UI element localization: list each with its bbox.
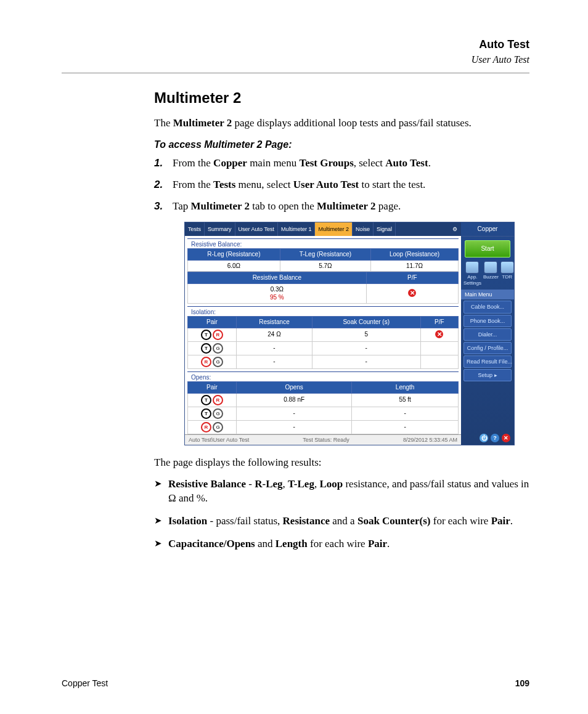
menu-item[interactable]: Setup ▸ [463, 369, 512, 381]
help-icon[interactable]: ? [491, 434, 499, 442]
close-icon[interactable]: ✕ [502, 434, 510, 442]
menu-item[interactable]: Phone Book... [463, 315, 512, 327]
gear-icon[interactable]: ⚙ [449, 222, 461, 236]
resistive-top-table: R-Leg (Resistance)T-Leg (Resistance)Loop… [187, 248, 459, 272]
menu-item[interactable]: Dialer... [463, 328, 512, 341]
group-isolation-title: Isolation: [187, 306, 459, 317]
procedure-step: 3.Tap Multimeter 2 tab to open the Multi… [154, 200, 529, 214]
opens-table: PairOpensLengthTR0.88 nF55 ftTG--RG-- [187, 381, 459, 434]
footer-left: Copper Test [62, 678, 108, 689]
tab-signal[interactable]: Signal [374, 222, 396, 236]
procedure-step: 2.From the Tests menu, select User Auto … [154, 178, 529, 192]
tab-multimeter-1[interactable]: Multimeter 1 [278, 222, 316, 236]
tab-bar: TestsSummaryUser Auto TestMultimeter 1Mu… [185, 222, 461, 236]
page-number: 109 [515, 678, 529, 689]
isolation-table: PairResistanceSoak Counter (s)P/FTR24 Ω5… [187, 316, 459, 369]
result-bullet: Isolation - pass/fail status, Resistance… [154, 514, 529, 529]
power-icon[interactable]: ⏻ [480, 434, 488, 442]
menu-item[interactable]: Cable Book... [463, 301, 512, 313]
procedure-subhead: To access Multimeter 2 Page: [154, 138, 529, 152]
result-bullet: Resistive Balance - R-Leg, T-Leg, Loop r… [154, 477, 529, 506]
tab-user-auto-test[interactable]: User Auto Test [235, 222, 278, 236]
status-bar: Auto Test\User Auto Test Test Status: Re… [185, 434, 461, 445]
results-intro: The page displays the following results: [154, 456, 529, 470]
side-footer-icons: ⏻ ? ✕ [461, 431, 514, 445]
fail-icon: ✕ [435, 330, 443, 338]
tab-noise[interactable]: Noise [353, 222, 374, 236]
procedure-steps: 1.From the Copper main menu Test Groups,… [154, 156, 529, 214]
resistive-balance-table: Resistive Balance P/F 0.3Ω 95 % ✕ [187, 272, 459, 304]
tab-tests[interactable]: Tests [185, 222, 205, 236]
procedure-step: 1.From the Copper main menu Test Groups,… [154, 156, 529, 171]
menu-item[interactable]: Config / Profile... [463, 342, 512, 354]
app-settings-icon[interactable]: App. Settings [463, 261, 481, 288]
page-header-subtitle: User Auto Test [62, 53, 529, 67]
group-resistive-title: Resistive Balance: [187, 238, 459, 249]
main-menu-label: Main Menu [461, 290, 514, 299]
group-opens-title: Opens: [187, 371, 459, 382]
menu-item[interactable]: Read Result File... [463, 355, 512, 368]
header-rule [62, 73, 529, 73]
start-button[interactable]: Start [465, 240, 510, 258]
buzzer-icon[interactable]: Buzzer [483, 261, 499, 288]
result-bullet: Capacitance/Opens and Length for each wi… [154, 537, 529, 551]
app-screenshot: TestsSummaryUser Auto TestMultimeter 1Mu… [185, 222, 514, 445]
page-header-title: Auto Test [62, 37, 529, 52]
fail-icon: ✕ [408, 289, 416, 297]
intro-paragraph: The Multimeter 2 page displays additiona… [154, 116, 529, 131]
results-bullets: Resistive Balance - R-Leg, T-Leg, Loop r… [154, 477, 529, 551]
tab-summary[interactable]: Summary [205, 222, 235, 236]
section-heading: Multimeter 2 [154, 88, 529, 108]
side-panel-title: Copper [461, 222, 514, 237]
tdr-icon[interactable]: TDR [500, 261, 514, 288]
tab-multimeter-2[interactable]: Multimeter 2 [315, 222, 353, 236]
